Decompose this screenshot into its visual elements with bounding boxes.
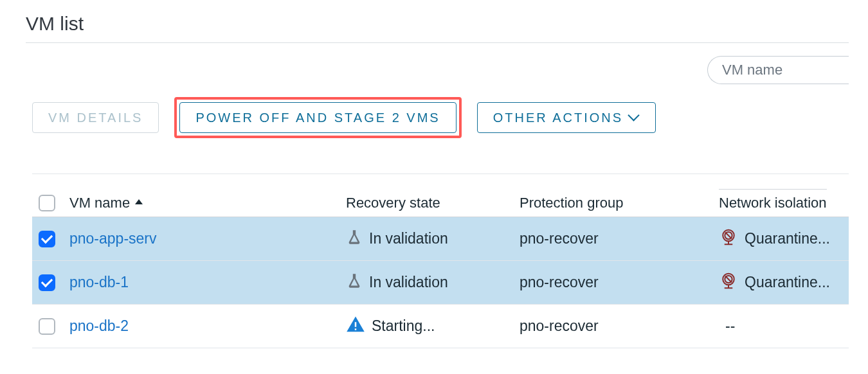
power-off-stage-button[interactable]: POWER OFF AND STAGE 2 VMS — [179, 102, 456, 133]
page-title: VM list — [26, 13, 849, 43]
row-checkbox[interactable] — [39, 231, 55, 247]
quarantine-icon — [719, 233, 738, 250]
table-row[interactable]: pno-db-1 In validation pno-recover Quara… — [32, 261, 849, 305]
col-header-isolation[interactable]: Network isolation — [719, 189, 849, 211]
table-header-row: VM name Recovery state Protection group … — [32, 174, 849, 217]
row-checkbox[interactable] — [39, 318, 55, 335]
search-row — [32, 56, 849, 84]
state-icon — [346, 315, 365, 338]
state-icon — [346, 229, 363, 249]
table-row[interactable]: pno-db-2 Starting... pno-recover -- — [32, 305, 849, 348]
vm-table: VM name Recovery state Protection group … — [32, 174, 849, 348]
isolation-text: Quarantine... — [745, 230, 830, 247]
col-header-name-label: VM name — [69, 195, 130, 211]
vm-details-button[interactable]: VM DETAILS — [32, 102, 159, 133]
table-row[interactable]: pno-app-serv In validation pno-recover Q… — [32, 217, 849, 261]
isolation-icon — [719, 271, 738, 294]
isolation-icon — [719, 227, 738, 251]
sort-asc-icon — [135, 199, 143, 204]
highlight-box: POWER OFF AND STAGE 2 VMS — [174, 97, 461, 138]
col-header-isolation-label: Network isolation — [719, 189, 827, 211]
recovery-state-text: Starting... — [372, 317, 435, 335]
recovery-state-text: In validation — [369, 274, 448, 291]
row-checkbox[interactable] — [39, 274, 55, 291]
state-icon — [346, 272, 363, 293]
isolation-text: Quarantine... — [745, 274, 830, 291]
other-actions-label: OTHER ACTIONS — [493, 111, 623, 125]
vm-name-link[interactable]: pno-app-serv — [69, 230, 157, 247]
isolation-text: -- — [725, 317, 735, 335]
warning-icon — [346, 321, 365, 337]
vm-name-link[interactable]: pno-db-1 — [69, 274, 129, 291]
protection-group-text: pno-recover — [520, 317, 599, 335]
flask-icon — [346, 232, 363, 249]
col-header-group[interactable]: Protection group — [520, 195, 719, 211]
recovery-state-text: In validation — [369, 230, 448, 247]
flask-icon — [346, 276, 363, 292]
vm-name-link[interactable]: pno-db-2 — [69, 317, 129, 335]
chevron-down-icon — [629, 111, 640, 121]
protection-group-text: pno-recover — [520, 274, 599, 291]
select-all-checkbox[interactable] — [39, 195, 55, 211]
col-header-state[interactable]: Recovery state — [346, 195, 520, 211]
quarantine-icon — [719, 277, 738, 294]
action-bar: VM DETAILS POWER OFF AND STAGE 2 VMS OTH… — [32, 97, 849, 138]
search-input[interactable] — [707, 56, 849, 84]
protection-group-text: pno-recover — [520, 230, 599, 247]
col-header-name[interactable]: VM name — [69, 195, 346, 211]
other-actions-button[interactable]: OTHER ACTIONS — [477, 102, 656, 133]
